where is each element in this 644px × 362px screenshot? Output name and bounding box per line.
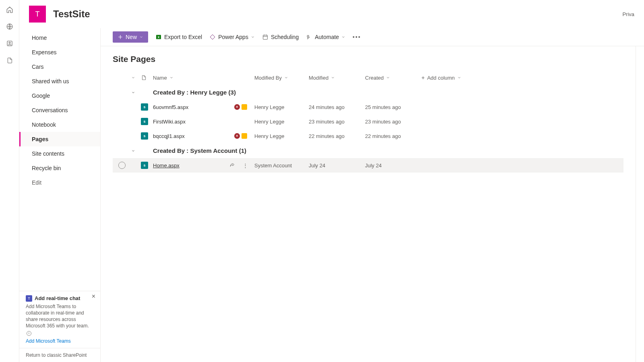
chevron-down-icon[interactable] [131,76,135,80]
file-name[interactable]: Home.aspx [153,162,180,169]
chevron-down-icon [251,35,255,39]
list-item[interactable]: s Home.aspx ⋮ System Account July 24 Jul… [113,158,623,173]
site-title[interactable]: TestSite [53,8,90,20]
modified-by-cell: Henry Legge [254,119,309,125]
list-header: Name Modified By Modified Created +Add c… [113,72,623,85]
powerapps-icon [209,34,216,40]
add-column-button[interactable]: Add column [427,75,455,81]
list-item[interactable]: s bqccqjl1.aspx✕ Henry Legge 22 minutes … [113,129,623,143]
chevron-down-icon[interactable] [284,76,288,80]
draft-icon [242,133,247,139]
sharepoint-page-icon: s [141,103,148,111]
draft-icon [242,104,247,110]
modified-by-cell: Henry Legge [254,104,309,110]
sharepoint-page-icon: s [141,132,148,140]
calendar-icon [262,34,268,40]
group-header[interactable]: Created By : System Account (1) [113,143,623,158]
nav-item-shared[interactable]: Shared with us [19,74,100,88]
info-icon[interactable]: i [27,331,31,336]
excel-icon: X [155,34,162,40]
nav-item-edit[interactable]: Edit [19,175,100,190]
globe-icon[interactable] [6,23,14,31]
page-title: Site Pages [113,54,623,64]
col-created-header[interactable]: Created [365,75,384,81]
home-icon[interactable] [6,6,14,14]
chevron-down-icon[interactable] [131,90,135,95]
col-modified-header[interactable]: Modified [309,75,328,81]
more-button[interactable]: ••• [353,34,361,40]
svg-point-2 [9,42,10,44]
svg-text:X: X [158,35,160,39]
created-cell: July 24 [365,162,421,169]
nav-item-expenses[interactable]: Expenses [19,45,100,60]
file-icon[interactable] [6,56,14,64]
promo-title: Add real-time chat [35,295,80,301]
modified-by-cell: Henry Legge [254,133,309,139]
plus-icon: + [421,74,425,81]
group-header[interactable]: Created By : Henry Legge (3) [113,85,623,100]
left-nav: Home Expenses Cars Shared with us Google… [19,28,101,362]
teams-promo: × T Add real-time chat Add Microsoft Tea… [19,291,100,348]
modified-cell: 22 minutes ago [309,133,365,139]
close-icon[interactable]: × [92,293,95,300]
sharepoint-page-icon: s [141,162,148,169]
nav-item-cars[interactable]: Cars [19,60,100,74]
svg-rect-5 [263,35,268,39]
privacy-label: Priva [622,11,634,17]
power-apps-button[interactable]: Power Apps [209,34,255,40]
group-title: Created By : System Account (1) [153,147,246,154]
chevron-down-icon [139,35,143,39]
app-rail [0,0,19,362]
chevron-down-icon[interactable] [457,76,461,80]
modified-cell: 24 minutes ago [309,104,365,110]
flow-icon [306,34,312,40]
nav-item-sitecontents[interactable]: Site contents [19,146,100,161]
command-bar: New X Export to Excel Power Apps S [101,28,644,46]
created-cell: 22 minutes ago [365,133,421,139]
document-icon[interactable] [141,74,147,81]
site-logo[interactable]: T [29,6,46,23]
new-button[interactable]: New [113,31,148,43]
nav-item-google[interactable]: Google [19,88,100,103]
classic-link[interactable]: Return to classic SharePoint [19,348,100,362]
group-title: Created By : Henry Legge (3) [153,89,236,96]
scheduling-button[interactable]: Scheduling [262,34,299,40]
teams-icon: T [26,295,32,302]
more-actions-icon[interactable]: ⋮ [242,162,249,169]
file-name[interactable]: FirstWiki.aspx [153,119,186,125]
checkout-icon: ✕ [234,133,240,139]
chevron-down-icon[interactable] [331,76,335,80]
list-item[interactable]: s FirstWiki.aspx Henry Legge 23 minutes … [113,114,623,129]
export-excel-button[interactable]: X Export to Excel [155,34,202,40]
sharepoint-page-icon: s [141,118,148,125]
nav-item-home[interactable]: Home [19,31,100,45]
modified-cell: 23 minutes ago [309,119,365,125]
automate-button[interactable]: Automate [306,34,345,40]
created-cell: 23 minutes ago [365,119,421,125]
nav-item-recyclebin[interactable]: Recycle bin [19,161,100,175]
chevron-down-icon[interactable] [386,76,390,80]
col-modifiedby-header[interactable]: Modified By [254,75,282,81]
list-item[interactable]: s 6uovmnf5.aspx✕ Henry Legge 24 minutes … [113,100,623,114]
nav-item-conversations[interactable]: Conversations [19,103,100,117]
modified-by-cell: System Account [254,162,309,169]
nav-item-pages[interactable]: Pages [19,132,100,146]
row-select-checkbox[interactable] [118,162,126,169]
checkout-icon: ✕ [234,104,240,110]
nav-item-notebook[interactable]: Notebook [19,117,100,132]
created-cell: 25 minutes ago [365,104,421,110]
col-name-header[interactable]: Name [153,75,167,81]
chevron-down-icon[interactable] [131,149,135,153]
chevron-down-icon [341,35,345,39]
share-icon[interactable] [229,162,236,169]
file-name[interactable]: bqccqjl1.aspx [153,133,185,139]
promo-description: Add Microsoft Teams to collaborate in re… [26,303,94,336]
modified-cell: July 24 [309,162,365,169]
file-name[interactable]: 6uovmnf5.aspx [153,104,188,110]
add-teams-link[interactable]: Add Microsoft Teams [26,338,71,344]
chevron-down-icon[interactable] [169,76,173,80]
contacts-icon[interactable] [6,39,14,47]
site-header: T TestSite Priva [19,0,644,28]
